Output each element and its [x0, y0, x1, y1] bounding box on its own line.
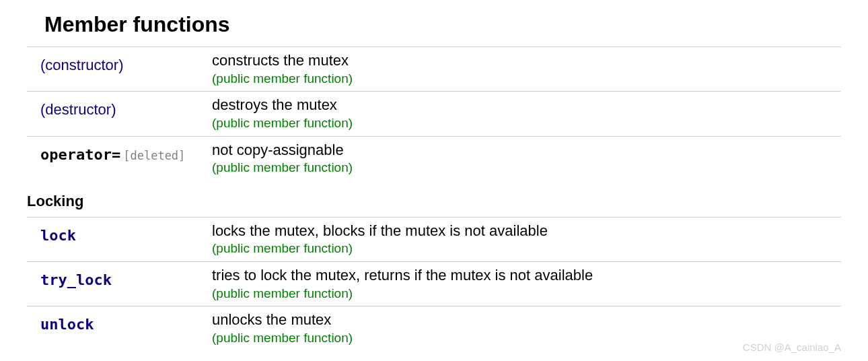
main-member-list: (constructor)constructs the mutex(public… — [27, 46, 841, 180]
member-description: unlocks the mutex — [212, 310, 841, 330]
member-link[interactable]: lock — [40, 227, 76, 244]
member-link[interactable]: (destructor) — [40, 101, 116, 118]
section-title: Member functions — [27, 7, 841, 46]
member-row: unlockunlocks the mutex(public member fu… — [27, 306, 841, 350]
member-name-cell: try_lock — [40, 266, 212, 288]
member-row: (constructor)constructs the mutex(public… — [27, 46, 841, 91]
member-name-cell: lock — [40, 222, 212, 244]
member-description: locks the mutex, blocks if the mutex is … — [212, 222, 841, 241]
deleted-tag: [deleted] — [123, 149, 185, 162]
member-name-cell: operator=[deleted] — [40, 141, 212, 163]
member-attribute: (public member function) — [212, 160, 841, 176]
member-attribute: (public member function) — [212, 286, 841, 302]
member-desc-cell: constructs the mutex(public member funct… — [212, 51, 841, 87]
member-description: tries to lock the mutex, returns if the … — [212, 266, 841, 286]
member-desc-cell: tries to lock the mutex, returns if the … — [212, 266, 841, 302]
member-row: locklocks the mutex, blocks if the mutex… — [27, 217, 841, 261]
member-name-cell: (constructor) — [40, 51, 212, 74]
member-row: (destructor)destroys the mutex(public me… — [27, 91, 841, 135]
member-name-cell: unlock — [40, 310, 212, 333]
subsection-title-locking: Locking — [27, 180, 841, 217]
locking-member-list: locklocks the mutex, blocks if the mutex… — [27, 217, 841, 351]
member-name-cell: (destructor) — [40, 96, 212, 119]
member-description: not copy-assignable — [212, 141, 841, 160]
member-name: operator= — [40, 146, 120, 163]
member-attribute: (public member function) — [212, 115, 841, 132]
member-row: operator=[deleted]not copy-assignable(pu… — [27, 136, 841, 180]
member-link[interactable]: (constructor) — [40, 57, 123, 73]
member-desc-cell: destroys the mutex(public member functio… — [212, 96, 841, 131]
member-attribute: (public member function) — [212, 240, 841, 257]
member-desc-cell: locks the mutex, blocks if the mutex is … — [212, 222, 841, 257]
member-description: constructs the mutex — [212, 51, 841, 71]
member-attribute: (public member function) — [212, 71, 841, 88]
member-link[interactable]: try_lock — [40, 271, 112, 288]
member-row: try_locktries to lock the mutex, returns… — [27, 261, 841, 306]
member-desc-cell: not copy-assignable(public member functi… — [212, 141, 841, 176]
member-description: destroys the mutex — [212, 96, 841, 115]
member-link[interactable]: unlock — [40, 316, 94, 333]
watermark: CSDN @A_cainiao_A — [743, 341, 841, 353]
